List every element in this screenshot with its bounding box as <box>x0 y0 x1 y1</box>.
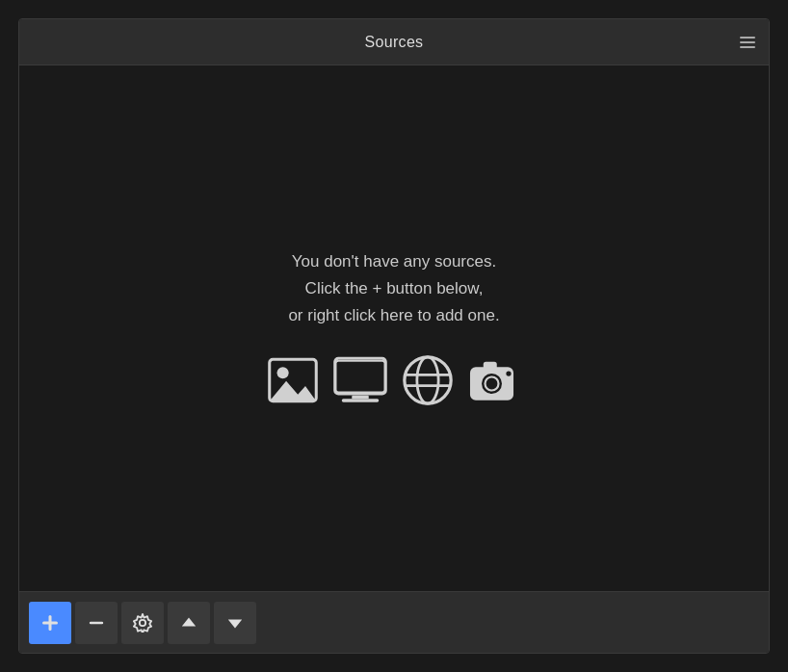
empty-state-message: You don't have any sources. Click the + … <box>288 248 499 329</box>
svg-point-15 <box>486 377 499 391</box>
svg-point-1 <box>277 367 289 378</box>
chevron-up-icon <box>180 614 197 632</box>
gear-icon <box>133 613 152 633</box>
plus-icon <box>40 613 60 633</box>
svg-rect-5 <box>337 362 384 392</box>
svg-rect-6 <box>352 396 369 400</box>
display-capture-icon <box>332 352 388 408</box>
source-type-icons <box>265 352 523 408</box>
menu-icon <box>740 37 755 48</box>
add-source-button[interactable] <box>29 602 71 644</box>
panel-body[interactable]: You don't have any sources. Click the + … <box>19 65 769 591</box>
svg-point-17 <box>506 371 511 375</box>
panel-header: Sources <box>19 19 769 65</box>
svg-rect-19 <box>42 621 58 624</box>
chevron-down-icon <box>226 614 244 632</box>
svg-point-21 <box>140 619 145 625</box>
image-source-icon <box>265 352 321 408</box>
svg-rect-20 <box>90 621 103 624</box>
move-source-up-button[interactable] <box>168 602 210 644</box>
move-source-down-button[interactable] <box>214 602 256 644</box>
minus-icon <box>88 614 105 632</box>
sources-panel: Sources You don't have any sources. Clic… <box>18 18 770 654</box>
remove-source-button[interactable] <box>75 602 118 644</box>
svg-marker-2 <box>270 381 317 401</box>
svg-rect-16 <box>484 362 497 371</box>
video-capture-icon <box>467 352 523 408</box>
panel-title: Sources <box>365 34 424 51</box>
svg-marker-23 <box>228 619 242 628</box>
svg-marker-22 <box>182 617 196 626</box>
panel-menu-button[interactable] <box>740 37 755 48</box>
source-settings-button[interactable] <box>121 602 164 644</box>
browser-source-icon <box>400 352 456 408</box>
svg-point-9 <box>417 357 438 403</box>
svg-rect-7 <box>342 399 380 402</box>
panel-footer <box>19 591 769 653</box>
svg-point-8 <box>405 357 451 403</box>
